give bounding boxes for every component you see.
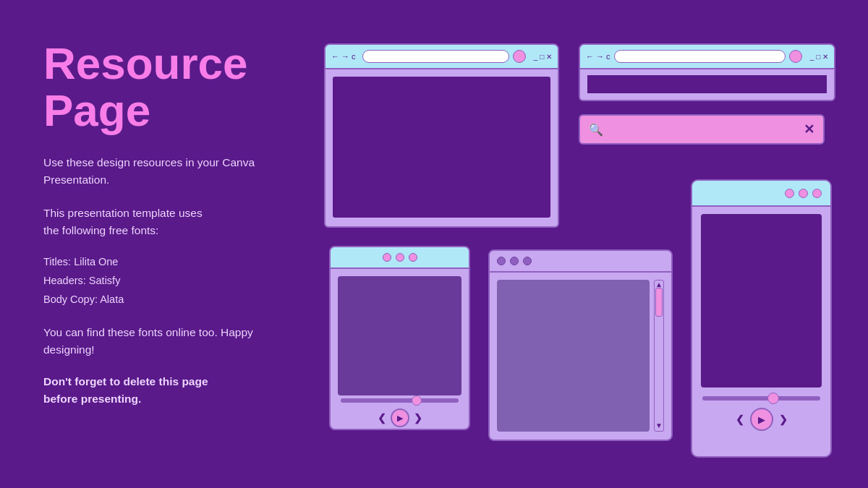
browser-small-body [587, 75, 827, 93]
dot-icon-d2 [510, 257, 519, 265]
player-titlebar [331, 247, 469, 269]
browser-body [333, 77, 550, 218]
scrollbar[interactable]: ▲ ▼ [654, 280, 664, 432]
font-body: Body Copy: Alata [43, 290, 304, 309]
search-icon: 🔍 [589, 123, 603, 137]
scroll-arrow-down[interactable]: ▼ [655, 421, 663, 429]
address-bar-small[interactable] [614, 50, 786, 63]
nav-buttons-small: ← → c [586, 52, 610, 61]
browser-titlebar: ← → c _ □ ✕ [326, 45, 558, 69]
nav-buttons: ← → c [331, 52, 356, 61]
document-window: ▲ ▼ [488, 249, 673, 441]
close-icon[interactable]: ✕ [804, 121, 814, 137]
dot-icon-d3 [523, 257, 532, 265]
browser-window-small: ← → c _ □ ✕ [579, 43, 835, 101]
fonts-list: Titles: Lilita One Headers: Satisfy Body… [43, 252, 304, 309]
play-button[interactable]: ▶ [391, 408, 409, 427]
dot-icon-2 [396, 253, 404, 262]
phone-screen [701, 214, 822, 388]
warning-text: Don't forget to delete this pagebefore p… [43, 373, 304, 408]
prev-button[interactable]: ❮ [378, 412, 386, 424]
doc-body-wrapper: ▲ ▼ [497, 280, 664, 432]
browser-window-large: ← → c _ □ ✕ [324, 43, 559, 228]
phone-prev-button[interactable]: ❮ [736, 414, 744, 425]
next-button[interactable]: ❯ [414, 412, 422, 424]
dot-icon-p1 [785, 189, 794, 198]
page-title: Resource Page [43, 40, 304, 134]
player-slider-thumb[interactable] [412, 395, 422, 406]
player-screen [338, 276, 461, 395]
phone-controls: ❮ ▶ ❯ [692, 408, 830, 431]
phone-player: ❮ ▶ ❯ [691, 179, 832, 458]
dot-icon-p3 [812, 189, 822, 198]
resource-page: Resource Page Use these design resources… [0, 0, 868, 488]
phone-titlebar [692, 181, 830, 207]
left-panel: Resource Page Use these design resources… [43, 40, 304, 408]
desc-fonts-intro: This presentation template uses the foll… [43, 205, 304, 239]
phone-next-button[interactable]: ❯ [779, 414, 788, 425]
browser-action-btn-small[interactable] [789, 50, 802, 63]
doc-titlebar [490, 251, 671, 273]
dot-icon-p2 [799, 189, 808, 198]
window-controls-small: _ □ ✕ [810, 53, 828, 61]
title-line2: Page [43, 85, 150, 135]
dot-icon-1 [383, 253, 391, 262]
player-slider-track [341, 398, 459, 403]
search-bar-standalone[interactable]: 🔍 ✕ [579, 114, 825, 145]
address-bar[interactable] [362, 50, 509, 63]
doc-content [497, 280, 650, 432]
title-line1: Resource [43, 38, 248, 88]
music-player-small: ❮ ▶ ❯ [329, 246, 470, 430]
player-controls: ❮ ▶ ❯ [331, 408, 469, 427]
dot-icon-d1 [497, 257, 506, 265]
browser-small-titlebar: ← → c _ □ ✕ [580, 45, 834, 69]
phone-play-button[interactable]: ▶ [750, 408, 773, 431]
phone-slider-thumb[interactable] [767, 393, 779, 404]
note-text: You can find these fonts online too. Hap… [43, 324, 304, 359]
browser-action-btn[interactable] [513, 50, 526, 63]
dot-icon-3 [409, 253, 417, 262]
font-headers: Headers: Satisfy [43, 271, 304, 290]
window-controls: _ □ ✕ [534, 53, 552, 61]
scroll-thumb[interactable] [655, 288, 663, 317]
desc-canva: Use these design resources in your Canva… [43, 154, 304, 189]
search-input[interactable] [609, 121, 798, 137]
phone-slider-track [702, 396, 820, 401]
font-title: Titles: Lilita One [43, 252, 304, 271]
